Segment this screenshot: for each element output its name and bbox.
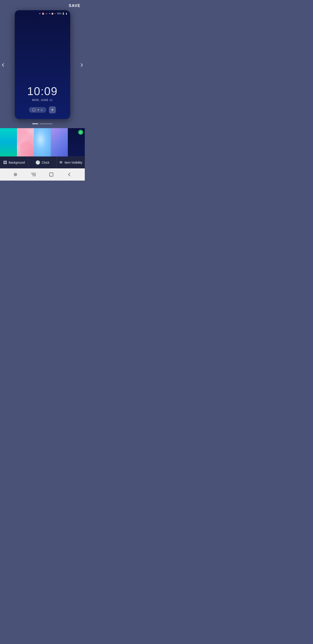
wallpaper-thumb-3[interactable] [34, 128, 51, 156]
wallpaper-preview-2 [17, 128, 34, 156]
phone-pill-shortcuts[interactable]: ✦ ▶ [29, 107, 46, 113]
wallpaper-preview-4 [51, 128, 68, 156]
wallpaper-preview-1 [0, 128, 17, 156]
wallpaper-picker: ✓ [0, 128, 85, 156]
lines-nav-icon [31, 172, 36, 176]
play-icon: ▶ [41, 109, 43, 111]
add-widget-button[interactable]: + [49, 106, 56, 113]
home-button[interactable] [48, 172, 54, 178]
tab-background[interactable]: 🖼 Background [0, 157, 28, 168]
square-nav-icon [49, 172, 53, 177]
wallpaper-thumb-2[interactable] [17, 128, 34, 156]
visibility-icon: 👁 [59, 160, 63, 165]
battery-percent: ✦ ⏰ ᯤ 95% 🔋 [49, 12, 64, 15]
tab-background-label: Background [9, 161, 25, 164]
phone-bottom-bar: ✦ ▶ + [15, 106, 70, 113]
background-icon: 🖼 [3, 160, 7, 165]
system-nav-bar [0, 168, 85, 180]
page-indicator [32, 123, 53, 124]
bluetooth-icon: ✦ [39, 12, 41, 15]
save-button[interactable]: SAVE [69, 4, 80, 8]
phone-date: MON, JUNE 11 [32, 98, 53, 102]
svg-rect-5 [49, 173, 53, 176]
indicator-dot-active [32, 123, 38, 124]
circle-nav-icon [13, 172, 17, 177]
wifi-icon: ᯾ [45, 12, 48, 15]
chat-icon [32, 108, 35, 111]
bottom-tabs: 🖼 Background 🕐 Clock 👁 Item Visibility [0, 156, 85, 168]
clock-icon: 🕐 [35, 160, 40, 165]
menu-button[interactable] [30, 172, 36, 178]
svg-point-1 [15, 174, 16, 175]
prev-arrow[interactable]: ‹ [2, 60, 4, 69]
phone-time: 10:09 [27, 85, 58, 98]
preview-area: ‹ ✦ ⏰ ᯾ ✦ ⏰ ᯤ 95% 🔋 ▮ 10:09 MON, JUNE 11… [0, 10, 85, 123]
tab-clock[interactable]: 🕐 Clock [28, 157, 56, 168]
back-nav-icon [67, 172, 71, 177]
tab-item-visibility-label: Item Visibility [64, 161, 82, 164]
battery-icon: ▮ [66, 12, 67, 15]
top-bar: SAVE [0, 0, 85, 10]
indicator-dot-inactive [39, 123, 53, 124]
phone-clock-area: 10:09 MON, JUNE 11 [15, 85, 70, 102]
wallpaper-preview-3 [34, 128, 51, 156]
phone-mockup: ✦ ⏰ ᯾ ✦ ⏰ ᯤ 95% 🔋 ▮ 10:09 MON, JUNE 11 ✦… [15, 10, 70, 119]
star-icon: ✦ [37, 108, 39, 112]
tab-clock-label: Clock [42, 161, 49, 164]
selected-checkmark: ✓ [78, 130, 83, 135]
wallpaper-thumb-4[interactable] [51, 128, 68, 156]
tab-item-visibility[interactable]: 👁 Item Visibility [57, 157, 85, 168]
recents-button[interactable] [12, 172, 18, 178]
phone-status-bar: ✦ ⏰ ᯾ ✦ ⏰ ᯤ 95% 🔋 ▮ [39, 12, 67, 15]
alarm-icon: ⏰ [42, 12, 44, 15]
next-arrow[interactable]: › [80, 60, 83, 69]
wallpaper-thumb-1[interactable] [0, 128, 17, 156]
wallpaper-thumb-5[interactable]: ✓ [68, 128, 85, 156]
back-button[interactable] [66, 172, 72, 178]
